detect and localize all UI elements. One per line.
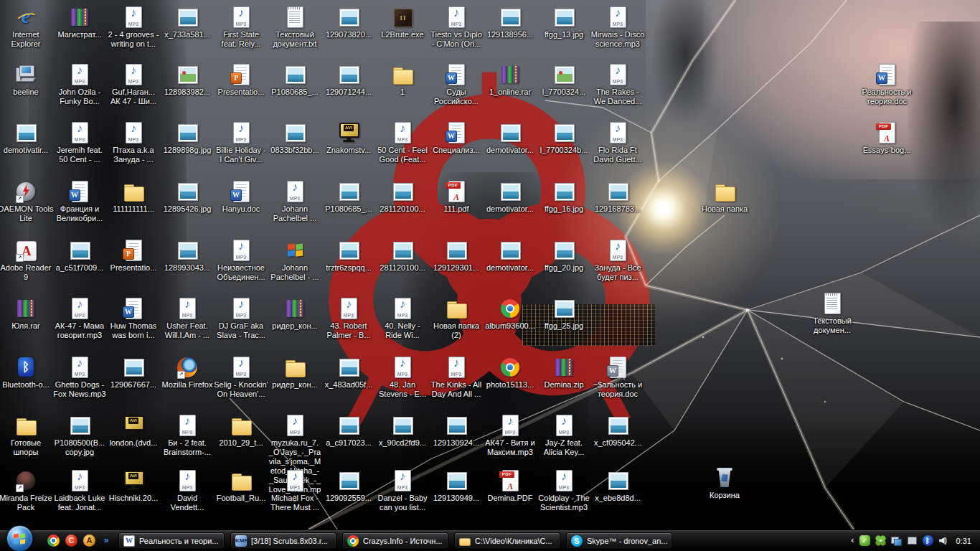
ppt-icon: P <box>230 63 253 86</box>
image-icon <box>606 469 629 492</box>
icon-part <box>296 250 303 256</box>
bluetooth-tray-icon[interactable]: ᛒ <box>923 535 933 546</box>
icon-part: W <box>446 72 457 84</box>
icon-part <box>393 70 413 85</box>
desktop-icon[interactable]: Текстовый докумен... <box>801 292 864 335</box>
image-icon <box>337 356 360 379</box>
icon-part: MP3 <box>68 372 91 377</box>
bluetooth-icon: ᛒ <box>14 356 37 379</box>
pdf-icon: PDFA <box>499 469 522 492</box>
taskbar-task-button[interactable]: KMP[3/18] Scrubs.8x03.r... <box>230 532 336 549</box>
taskbar-clock[interactable]: 0:31 <box>956 537 971 545</box>
mp3-icon: ♪MP3 <box>283 469 306 492</box>
desktop-icon[interactable]: WРеальность и теория.doc <box>855 63 918 106</box>
icon-part <box>180 68 196 82</box>
taskbar-task-button[interactable]: C:\Video\Клиника\C... <box>454 532 560 549</box>
icon-part <box>232 476 252 491</box>
icon-part <box>22 67 31 73</box>
desktop-icon[interactable]: 129168783... <box>586 180 649 214</box>
icon-part: AVI <box>344 125 354 131</box>
icon-part <box>717 468 732 471</box>
icon-part <box>288 68 303 82</box>
red-swirl-quicklaunch-icon[interactable]: C <box>65 534 77 547</box>
image-icon <box>391 180 414 203</box>
chrome-icon <box>499 297 522 320</box>
icon-part: MP3 <box>606 137 629 142</box>
desktop-icon[interactable]: ♪MP3Mirwais - Disco science.mp3 <box>586 6 649 49</box>
miranda-icon: ↗ <box>14 469 37 492</box>
image-icon <box>14 121 37 144</box>
mp3-icon: ♪MP3 <box>68 356 91 379</box>
icon-part: AVI <box>128 418 138 424</box>
icon-part <box>286 300 292 317</box>
icon-part: ♪ <box>230 240 253 253</box>
icon-part: II <box>394 9 413 27</box>
mp3-icon: ♪MP3 <box>122 63 145 86</box>
icon-part: MP3 <box>606 22 629 27</box>
taskbar: CA» WРеальность и теори...KMP[3/18] Scru… <box>0 529 980 551</box>
icon-part: ♪ <box>68 357 91 369</box>
network-monitors-icon[interactable] <box>891 535 902 546</box>
desktop-icon[interactable]: ♪MP3Зануда - Все будет пиз... <box>586 239 649 282</box>
image-icon <box>283 63 306 86</box>
taskbar-task-button[interactable]: WРеальность и теори... <box>118 532 225 549</box>
icon-part <box>507 306 513 311</box>
taskbar-task-button[interactable]: SSkype™ - dronov_an... <box>566 532 672 549</box>
mp3-icon: ♪MP3 <box>606 6 629 29</box>
icon-part: ♪ <box>230 122 253 135</box>
folder-icon <box>14 414 37 437</box>
folder-icon <box>230 414 253 437</box>
icon-part <box>128 433 139 435</box>
icon-part: A <box>499 482 522 491</box>
display-monitor-icon[interactable] <box>907 535 918 546</box>
clover-app-icon[interactable] <box>875 535 886 546</box>
kmplayer-icon: KMP <box>235 535 247 547</box>
start-flag-pane <box>20 539 25 544</box>
desktop-icon-label: x_ebe8d8d... <box>586 494 649 503</box>
icon-part <box>507 364 513 370</box>
tray-collapse-chevron-icon[interactable]: ‹ <box>851 535 854 546</box>
desktop-icon[interactable]: W~$альность и теория.doc <box>586 356 649 399</box>
image-icon <box>337 239 360 262</box>
desktop-icon[interactable]: ♪MP3The Rakes - We Danced... <box>586 63 649 106</box>
icon-part <box>557 126 573 140</box>
desktop-icon[interactable]: Новая папка <box>693 180 756 214</box>
icon-part <box>180 126 196 140</box>
icon-part <box>288 126 303 140</box>
icon-part: ♪ <box>122 6 145 19</box>
taskbar-task-button[interactable]: Crazys.Info - Источн... <box>342 532 448 549</box>
icon-part: ♪ <box>68 298 91 311</box>
icon-part <box>721 474 728 481</box>
icon-part: MP3 <box>68 313 91 318</box>
task-button-area: WРеальность и теори...KMP[3/18] Scrubs.8… <box>118 532 845 549</box>
desktop-icon[interactable]: ♪MP3Flo Rida Ft David Guett... <box>586 121 649 164</box>
mp3-icon: ♪MP3 <box>230 356 253 379</box>
antivirus-check-icon[interactable]: ✓ <box>859 535 870 546</box>
icon-part: ♪ <box>68 470 91 483</box>
chrome-quicklaunch-icon[interactable] <box>47 534 60 547</box>
start-button[interactable] <box>6 525 33 551</box>
desktop-icon-label: Зануда - Все будет пиз... <box>586 263 649 282</box>
icon-part: ♪ <box>606 122 629 135</box>
mp3-icon: ♪MP3 <box>230 6 253 29</box>
desktop-icon-label: ffgg_25.jpg <box>532 321 595 331</box>
desktop-icon-label: The Rakes - We Danced... <box>586 88 649 106</box>
word-icon: W <box>68 180 91 203</box>
icon-part <box>611 474 626 488</box>
quicklaunch-more-chevron-icon[interactable]: » <box>101 534 111 547</box>
icon-part <box>501 66 507 83</box>
aimp-quicklaunch-icon[interactable]: A <box>83 534 95 547</box>
desktop-icon[interactable]: PDFAEssays-bog... <box>855 121 918 155</box>
image-icon <box>337 180 360 203</box>
image-icon <box>176 239 199 262</box>
volume-icon[interactable]: ) <box>938 535 949 546</box>
desktop-icon[interactable]: x_ebe8d8d... <box>586 469 649 503</box>
desktop-icon[interactable]: Корзина <box>693 466 756 500</box>
icon-part: ♪ <box>606 64 629 77</box>
desktop-icon[interactable]: ffgg_25.jpg <box>532 297 595 331</box>
desktop-icon-label: Flo Rida Ft David Guett... <box>586 146 649 164</box>
icon-part <box>85 9 86 26</box>
icon-part: ♪ <box>445 357 468 369</box>
icon-part <box>908 537 917 545</box>
desktop-icon[interactable]: x_cf095042... <box>586 414 649 448</box>
